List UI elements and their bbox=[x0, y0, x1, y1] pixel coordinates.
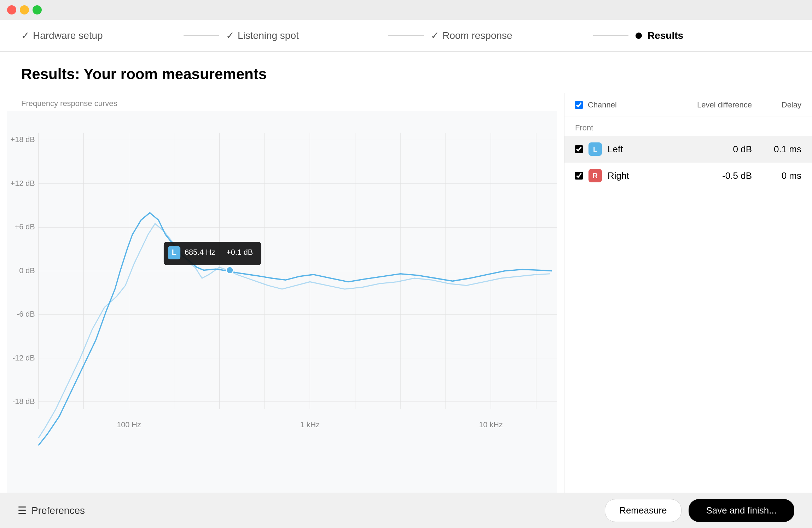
svg-text:0 dB: 0 dB bbox=[19, 266, 35, 275]
close-button[interactable] bbox=[7, 5, 16, 14]
check-icon-room: ✓ bbox=[431, 30, 439, 41]
active-step-dot bbox=[636, 33, 642, 39]
svg-text:+6 dB: +6 dB bbox=[15, 222, 35, 231]
panel-header: Channel Level difference Delay bbox=[564, 93, 812, 117]
remeasure-label: Remeasure bbox=[619, 505, 667, 516]
chart-svg-wrapper[interactable]: +18 dB +12 dB +6 dB 0 dB -6 dB -12 dB bbox=[0, 111, 564, 493]
left-channel-checkbox[interactable] bbox=[575, 145, 583, 153]
right-channel-checkbox[interactable] bbox=[575, 172, 583, 180]
wizard-divider-3 bbox=[593, 35, 628, 36]
wizard-divider-1 bbox=[184, 35, 219, 36]
svg-text:100 Hz: 100 Hz bbox=[117, 420, 141, 429]
svg-text:+18 dB: +18 dB bbox=[11, 135, 35, 144]
wizard-step-hardware[interactable]: ✓ Hardware setup bbox=[21, 30, 176, 41]
wizard-step-results[interactable]: Results bbox=[636, 30, 791, 41]
wizard-nav: ✓ Hardware setup ✓ Listening spot ✓ Room… bbox=[0, 20, 812, 52]
front-section-label: Front bbox=[564, 117, 812, 136]
wizard-divider-2 bbox=[388, 35, 424, 36]
save-finish-label: Save and finish... bbox=[706, 505, 777, 516]
frequency-chart: +18 dB +12 dB +6 dB 0 dB -6 dB -12 dB bbox=[7, 111, 557, 493]
chart-container: Frequency response curves +18 dB +12 dB … bbox=[0, 93, 564, 493]
step-results-label: Results bbox=[648, 30, 683, 41]
svg-rect-0 bbox=[7, 111, 557, 493]
step-listening-label: Listening spot bbox=[238, 30, 299, 41]
right-level-diff: -0.5 dB bbox=[674, 170, 752, 181]
step-hardware-label: Hardware setup bbox=[33, 30, 103, 41]
preferences-button[interactable]: ☰ Preferences bbox=[18, 505, 85, 516]
svg-text:-12 dB: -12 dB bbox=[12, 353, 35, 362]
wizard-step-room[interactable]: ✓ Room response bbox=[431, 30, 586, 41]
channel-row-right: R Right -0.5 dB 0 ms bbox=[564, 163, 812, 189]
svg-text:+12 dB: +12 dB bbox=[11, 178, 35, 188]
svg-text:+0.1 dB: +0.1 dB bbox=[226, 248, 253, 257]
svg-text:-18 dB: -18 dB bbox=[12, 397, 35, 406]
channel-col-header: Channel bbox=[575, 100, 674, 110]
bottom-bar: ☰ Preferences Remeasure Save and finish.… bbox=[0, 493, 812, 528]
svg-text:685.4 Hz: 685.4 Hz bbox=[185, 248, 215, 257]
level-diff-header-label: Level difference bbox=[674, 100, 752, 110]
delay-header-label: Delay bbox=[752, 100, 801, 110]
maximize-button[interactable] bbox=[33, 5, 42, 14]
right-channel-name: Right bbox=[608, 170, 629, 181]
remeasure-button[interactable]: Remeasure bbox=[605, 499, 681, 522]
wizard-step-listening[interactable]: ✓ Listening spot bbox=[226, 30, 381, 41]
traffic-lights bbox=[7, 5, 42, 14]
left-channel-name: Left bbox=[608, 144, 623, 155]
bottom-right-buttons: Remeasure Save and finish... bbox=[605, 499, 794, 522]
page-title: Results: Your room measurements bbox=[0, 52, 812, 93]
channel-info-left: L Left bbox=[575, 142, 674, 156]
preferences-label: Preferences bbox=[31, 505, 85, 516]
svg-text:10 kHz: 10 kHz bbox=[479, 420, 503, 429]
main-content: Results: Your room measurements Frequenc… bbox=[0, 52, 812, 493]
channel-header-label: Channel bbox=[588, 100, 617, 110]
channel-row-left: L Left 0 dB 0.1 ms bbox=[564, 136, 812, 163]
channel-info-right: R Right bbox=[575, 169, 674, 182]
right-panel: Channel Level difference Delay Front L L… bbox=[564, 93, 812, 493]
left-channel-badge: L bbox=[588, 142, 602, 156]
right-channel-badge: R bbox=[588, 169, 602, 182]
check-icon-listening: ✓ bbox=[226, 30, 234, 41]
svg-text:-6 dB: -6 dB bbox=[17, 310, 35, 319]
svg-text:1 kHz: 1 kHz bbox=[300, 420, 320, 429]
preferences-icon: ☰ bbox=[18, 505, 27, 516]
left-delay: 0.1 ms bbox=[752, 144, 801, 155]
save-finish-button[interactable]: Save and finish... bbox=[689, 499, 794, 522]
check-icon-hardware: ✓ bbox=[21, 30, 29, 41]
minimize-button[interactable] bbox=[20, 5, 29, 14]
step-room-label: Room response bbox=[442, 30, 512, 41]
left-level-diff: 0 dB bbox=[674, 144, 752, 155]
chart-area: Frequency response curves +18 dB +12 dB … bbox=[0, 93, 812, 493]
titlebar bbox=[0, 0, 812, 20]
svg-point-30 bbox=[226, 266, 233, 274]
svg-text:L: L bbox=[172, 248, 176, 257]
select-all-checkbox[interactable] bbox=[575, 101, 583, 109]
right-delay: 0 ms bbox=[752, 170, 801, 181]
chart-label: Frequency response curves bbox=[0, 93, 564, 111]
